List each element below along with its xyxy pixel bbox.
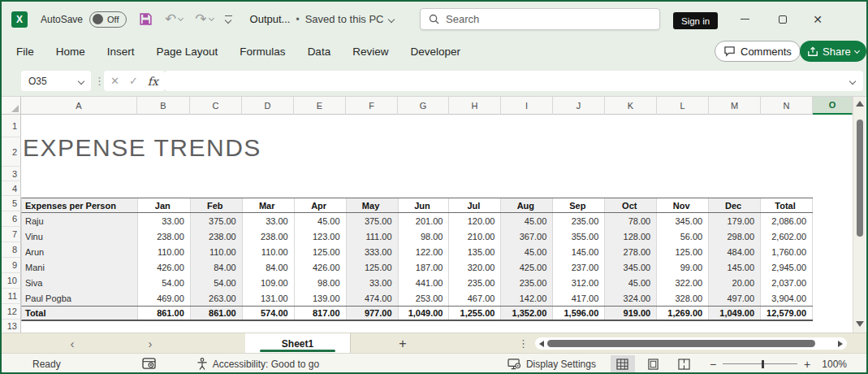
table-cell[interactable]: 2,086.00	[761, 213, 813, 228]
formula-input[interactable]	[165, 71, 850, 91]
table-cell[interactable]: 135.00	[449, 244, 501, 259]
table-cell[interactable]: 98.00	[295, 275, 347, 290]
column-header-b[interactable]: B	[137, 97, 190, 115]
column-header-n[interactable]: N	[761, 97, 813, 115]
accessibility-status[interactable]: Accessibility: Good to go	[196, 358, 319, 370]
autosave-toggle[interactable]: Off	[89, 11, 127, 28]
zoom-slider[interactable]	[723, 363, 797, 364]
table-cell[interactable]: 484.00	[709, 244, 761, 259]
table-cell[interactable]: 145.00	[709, 259, 761, 275]
table-cell[interactable]: 333.00	[347, 244, 399, 259]
row-header-12[interactable]: 12	[2, 304, 21, 320]
table-cell[interactable]: 125.00	[295, 244, 347, 259]
ribbon-tab-file[interactable]: File	[16, 46, 34, 58]
table-header-cell[interactable]: Feb	[191, 198, 243, 212]
maximize-button[interactable]	[767, 2, 799, 37]
row-header-4[interactable]: 4	[2, 181, 21, 196]
table-total-cell[interactable]: 817.00	[295, 307, 347, 320]
table-cell[interactable]: 497.00	[709, 290, 761, 306]
column-header-c[interactable]: C	[190, 97, 242, 115]
table-cell[interactable]: 467.00	[449, 290, 501, 306]
column-header-h[interactable]: H	[449, 97, 501, 115]
normal-view-button[interactable]	[611, 355, 635, 373]
comments-button[interactable]: Comments	[715, 41, 801, 62]
table-cell[interactable]: 3,904.00	[761, 290, 813, 306]
ribbon-tab-home[interactable]: Home	[56, 46, 85, 58]
table-cell[interactable]: 187.00	[399, 259, 450, 275]
table-cell[interactable]: 201.00	[399, 213, 450, 228]
column-header-i[interactable]: I	[501, 97, 553, 115]
column-header-j[interactable]: J	[553, 97, 605, 115]
table-cell[interactable]: 45.00	[501, 213, 553, 228]
table-cell[interactable]: Mani	[22, 259, 138, 275]
table-total-cell[interactable]: 1,596.00	[553, 307, 605, 320]
previous-sheet-button[interactable]: ‹	[63, 333, 81, 354]
row-header-6[interactable]: 6	[2, 211, 21, 227]
table-total-cell[interactable]: 977.00	[347, 307, 399, 320]
table-cell[interactable]: 98.00	[399, 228, 450, 244]
table-cell[interactable]: 84.00	[243, 259, 295, 275]
table-total-cell[interactable]: Total	[22, 307, 138, 320]
table-header-cell[interactable]: Total	[761, 198, 813, 212]
close-button[interactable]: ✕	[801, 2, 834, 37]
table-header-cell[interactable]: Aug	[501, 198, 553, 212]
table-cell[interactable]: Raju	[22, 213, 138, 228]
name-box[interactable]: O35	[21, 71, 91, 91]
table-cell[interactable]: 375.00	[191, 213, 243, 228]
search-input[interactable]	[446, 13, 659, 25]
table-cell[interactable]: 45.00	[295, 213, 347, 228]
table-cell[interactable]: 33.00	[347, 275, 399, 290]
table-cell[interactable]: 54.00	[138, 275, 191, 290]
table-cell[interactable]: 263.00	[191, 290, 243, 306]
table-cell[interactable]: 2,037.00	[761, 275, 813, 290]
horizontal-scrollbar[interactable]	[535, 337, 847, 350]
ribbon-tab-formulas[interactable]: Formulas	[240, 46, 285, 58]
table-cell[interactable]: 122.00	[399, 244, 450, 259]
table-cell[interactable]: 235.00	[501, 275, 553, 290]
table-total-cell[interactable]: 1,049.00	[709, 307, 761, 320]
column-header-d[interactable]: D	[242, 97, 294, 115]
table-cell[interactable]: 322.00	[657, 275, 709, 290]
table-total-cell[interactable]: 1,352.00	[501, 307, 553, 320]
table-header-cell[interactable]: Apr	[295, 198, 347, 212]
row-header-2[interactable]: 2	[2, 137, 21, 167]
table-cell[interactable]: 54.00	[191, 275, 243, 290]
expand-formula-bar-icon[interactable]	[849, 77, 856, 84]
ribbon-tab-insert[interactable]: Insert	[107, 46, 135, 58]
column-header-l[interactable]: L	[657, 97, 709, 115]
table-total-cell[interactable]: 574.00	[243, 307, 295, 320]
table-cell[interactable]: 110.00	[243, 244, 295, 259]
zoom-slider-thumb[interactable]	[762, 360, 764, 368]
column-header-k[interactable]: K	[605, 97, 657, 115]
excel-logo-icon[interactable]: X	[11, 11, 28, 28]
table-cell[interactable]: 238.00	[191, 228, 243, 244]
enter-button[interactable]: ✓	[129, 75, 138, 87]
next-sheet-button[interactable]: ›	[141, 333, 159, 354]
table-cell[interactable]: 237.00	[553, 259, 605, 275]
table-cell[interactable]: 20.00	[709, 275, 761, 290]
table-cell[interactable]: 355.00	[553, 228, 605, 244]
row-header-5[interactable]: 5	[2, 196, 21, 211]
table-cell[interactable]: 469.00	[138, 290, 191, 306]
customize-quick-access-button[interactable]	[225, 15, 232, 23]
macro-record-button[interactable]	[142, 358, 156, 370]
table-cell[interactable]: 2,945.00	[761, 259, 813, 275]
vertical-scrollbar[interactable]	[853, 97, 866, 333]
table-cell[interactable]: 278.00	[605, 244, 657, 259]
column-header-m[interactable]: M	[709, 97, 761, 115]
select-all-button[interactable]	[2, 97, 21, 115]
zoom-out-button[interactable]: −	[710, 358, 716, 371]
table-cell[interactable]: Siva	[22, 275, 138, 290]
column-header-g[interactable]: G	[398, 97, 449, 115]
vertical-scrollbar-thumb[interactable]	[857, 120, 863, 237]
scroll-left-arrow-icon[interactable]	[539, 341, 544, 347]
table-total-cell[interactable]: 1,269.00	[657, 307, 709, 320]
table-cell[interactable]: 425.00	[501, 259, 553, 275]
table-cell[interactable]: Paul Pogba	[22, 290, 138, 306]
insert-function-button[interactable]: fx	[148, 75, 158, 88]
table-cell[interactable]: 324.00	[605, 290, 657, 306]
table-cell[interactable]: 99.00	[657, 259, 709, 275]
table-cell[interactable]: 179.00	[709, 213, 761, 228]
table-cell[interactable]: 111.00	[347, 228, 399, 244]
row-header-9[interactable]: 9	[2, 258, 21, 273]
